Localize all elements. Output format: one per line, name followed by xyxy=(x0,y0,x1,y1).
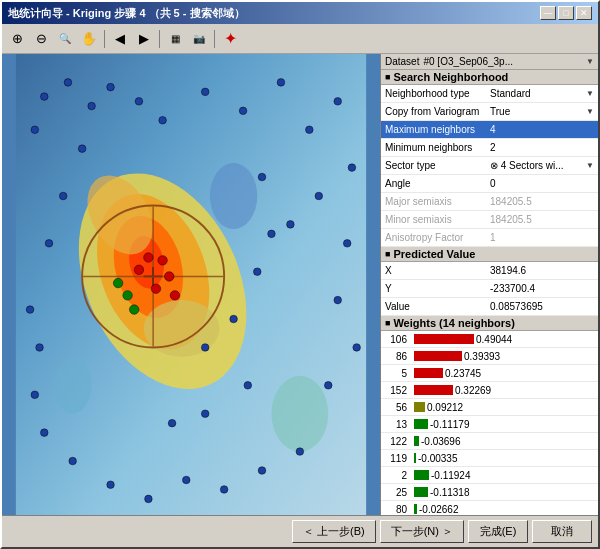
sector-type-arrow[interactable]: ▼ xyxy=(586,161,594,170)
svg-point-19 xyxy=(88,102,96,110)
minor-semiaxis-row: Minor semiaxis 184205.5 xyxy=(381,211,598,229)
svg-point-9 xyxy=(271,376,328,452)
finish-button[interactable]: 完成(E) xyxy=(468,520,528,543)
toolbar-separator-2 xyxy=(159,30,160,48)
copy-variogram-row: Copy from Variogram True ▼ xyxy=(381,103,598,121)
weight-bar-cell: -0.11179 xyxy=(411,418,598,431)
weights-header[interactable]: ■ Weights (14 neighbors) xyxy=(381,316,598,331)
svg-point-8 xyxy=(54,357,92,414)
map-area[interactable] xyxy=(2,54,380,515)
svg-point-62 xyxy=(134,265,143,274)
minor-semiaxis-value: 184205.5 xyxy=(486,213,598,226)
svg-point-41 xyxy=(145,495,153,503)
maximize-button[interactable]: □ xyxy=(558,6,574,20)
svg-point-45 xyxy=(31,391,39,399)
max-neighbors-label: Maximum neighbors xyxy=(381,123,486,136)
weight-bar xyxy=(414,385,453,395)
max-neighbors-value[interactable]: 4 xyxy=(486,123,598,136)
min-neighbors-label: Minimum neighbors xyxy=(381,141,486,154)
prev-button[interactable]: ＜ 上一步(B) xyxy=(292,520,376,543)
bottom-bar: ＜ 上一步(B) 下一步(N) ＞ 完成(E) 取消 xyxy=(2,515,598,547)
cancel-button[interactable]: 取消 xyxy=(532,520,592,543)
zoom-out-button[interactable]: ⊖ xyxy=(30,28,52,50)
max-neighbors-row: Maximum neighbors 4 xyxy=(381,121,598,139)
next-button[interactable]: 下一步(N) ＞ xyxy=(380,520,464,543)
copy-variogram-arrow[interactable]: ▼ xyxy=(586,107,594,116)
close-button[interactable]: ✕ xyxy=(576,6,592,20)
weight-value: -0.02662 xyxy=(419,504,458,515)
weight-id: 119 xyxy=(381,452,411,465)
weight-value: -0.00335 xyxy=(418,453,457,464)
svg-point-7 xyxy=(210,163,257,229)
minor-semiaxis-label: Minor semiaxis xyxy=(381,213,486,226)
forward-button[interactable]: ▶ xyxy=(133,28,155,50)
svg-point-43 xyxy=(69,457,77,465)
dataset-dropdown-icon[interactable]: ▼ xyxy=(586,57,594,66)
camera-button[interactable]: 📷 xyxy=(188,28,210,50)
min-neighbors-value[interactable]: 2 xyxy=(486,141,598,154)
title-bar: 地统计向导 - Kriging 步骤 4 （共 5 - 搜索邻域） — □ ✕ xyxy=(2,2,598,24)
svg-point-51 xyxy=(201,410,209,418)
title-buttons: — □ ✕ xyxy=(540,6,592,20)
weight-value: 0.23745 xyxy=(445,368,481,379)
svg-point-53 xyxy=(244,382,252,390)
weight-bar-cell: -0.11318 xyxy=(411,486,598,499)
svg-point-59 xyxy=(164,272,173,281)
weight-row: 1520.32269 xyxy=(381,382,598,399)
weight-id: 25 xyxy=(381,486,411,499)
weight-id: 152 xyxy=(381,384,411,397)
svg-point-55 xyxy=(230,315,238,323)
sector-type-value[interactable]: ⊗ 4 Sectors wi... ▼ xyxy=(486,159,598,172)
svg-point-38 xyxy=(258,467,266,475)
svg-point-63 xyxy=(170,291,179,300)
weight-value: -0.03696 xyxy=(421,436,460,447)
target-button[interactable]: ✦ xyxy=(219,28,241,50)
main-content: Dataset #0 [O3_Sep06_3p... ▼ ■ Search Ne… xyxy=(2,54,598,515)
minimize-button[interactable]: — xyxy=(540,6,556,20)
back-button[interactable]: ◀ xyxy=(109,28,131,50)
weights-title: Weights (14 neighbors) xyxy=(393,317,514,329)
svg-point-61 xyxy=(144,253,153,262)
weight-row: 13-0.11179 xyxy=(381,416,598,433)
neighborhood-type-label: Neighborhood type xyxy=(381,87,486,100)
weights-collapse-icon: ■ xyxy=(385,318,390,328)
svg-point-27 xyxy=(306,126,314,134)
predicted-value-header[interactable]: ■ Predicted Value xyxy=(381,247,598,262)
copy-variogram-value[interactable]: True ▼ xyxy=(486,105,598,118)
angle-label: Angle xyxy=(381,177,486,190)
anisotropy-value: 1 xyxy=(486,231,598,244)
predicted-collapse-icon: ■ xyxy=(385,249,390,259)
major-semiaxis-label: Major semiaxis xyxy=(381,195,486,208)
svg-point-21 xyxy=(107,83,115,91)
weight-row: 860.39393 xyxy=(381,348,598,365)
weight-id: 13 xyxy=(381,418,411,431)
svg-point-44 xyxy=(40,429,48,437)
weight-value: 0.32269 xyxy=(455,385,491,396)
neighborhood-type-value[interactable]: Standard ▼ xyxy=(486,87,598,100)
value-label: Value xyxy=(381,300,486,313)
grid-button[interactable]: ▦ xyxy=(164,28,186,50)
zoom-in-button[interactable]: ⊕ xyxy=(6,28,28,50)
window-title: 地统计向导 - Kriging 步骤 4 （共 5 - 搜索邻域） xyxy=(8,6,245,21)
search-neighborhood-header[interactable]: ■ Search Neighborhood xyxy=(381,70,598,85)
weight-bar xyxy=(414,334,474,344)
zoom-full-button[interactable]: 🔍 xyxy=(54,28,76,50)
neighborhood-type-arrow[interactable]: ▼ xyxy=(586,89,594,98)
sector-type-label: Sector type xyxy=(381,159,486,172)
svg-point-64 xyxy=(123,291,132,300)
weight-id: 5 xyxy=(381,367,411,380)
major-semiaxis-value: 184205.5 xyxy=(486,195,598,208)
pan-button[interactable]: ✋ xyxy=(78,28,100,50)
svg-point-20 xyxy=(31,126,39,134)
weight-row: 122-0.03696 xyxy=(381,433,598,450)
angle-value[interactable]: 0 xyxy=(486,177,598,190)
sector-type-row: Sector type ⊗ 4 Sectors wi... ▼ xyxy=(381,157,598,175)
weight-id: 122 xyxy=(381,435,411,448)
toolbar-separator-3 xyxy=(214,30,215,48)
collapse-icon: ■ xyxy=(385,72,390,82)
predicted-value-title: Predicted Value xyxy=(393,248,475,260)
weight-bar-cell: -0.02662 xyxy=(411,503,598,516)
svg-point-23 xyxy=(159,116,167,124)
anisotropy-row: Anisotropy Factor 1 xyxy=(381,229,598,247)
weight-bar-cell: 0.39393 xyxy=(411,350,598,363)
